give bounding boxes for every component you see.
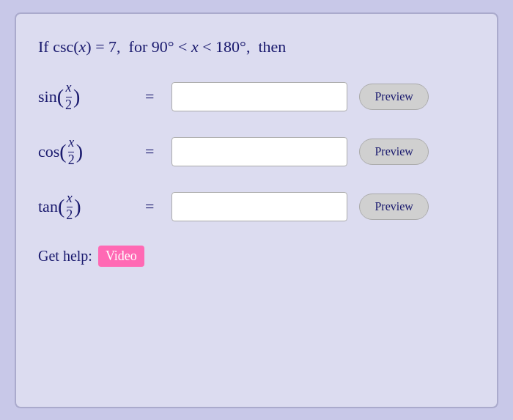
sin-denom: 2 — [65, 97, 72, 114]
cos-open-paren: ( — [59, 141, 66, 162]
tan-denom: 2 — [66, 207, 73, 224]
tan-fraction: x 2 — [66, 191, 73, 224]
tan-equals: = — [145, 197, 154, 216]
var-x-2: x — [191, 37, 199, 56]
main-card: If csc(x) = 7, for 90° < x < 180°, then … — [15, 12, 498, 408]
cos-func: cos — [38, 142, 59, 161]
sin-open-paren: ( — [57, 86, 64, 107]
cos-label: cos ( x 2 ) — [38, 135, 133, 168]
sin-close-paren: ) — [73, 86, 80, 107]
sin-preview-button[interactable]: Preview — [359, 84, 428, 110]
cos-close-paren: ) — [76, 141, 83, 162]
cos-fraction: x 2 — [68, 135, 75, 168]
cos-equals: = — [145, 142, 154, 161]
tan-func: tan — [38, 197, 58, 216]
tan-input[interactable] — [171, 192, 347, 221]
sin-label: sin ( x 2 ) — [38, 80, 133, 113]
tan-close-paren: ) — [74, 196, 81, 217]
sin-fraction: x 2 — [65, 80, 72, 113]
tan-open-paren: ( — [58, 196, 64, 217]
tan-numer: x — [67, 191, 73, 208]
sin-func: sin — [38, 87, 57, 106]
tan-label: tan ( x 2 ) — [38, 191, 133, 224]
sin-numer: x — [66, 80, 72, 97]
cos-preview-button[interactable]: Preview — [359, 139, 428, 165]
get-help-section: Get help: Video — [38, 246, 475, 267]
sin-equals: = — [145, 87, 154, 106]
var-x-1: x — [79, 37, 86, 56]
then-text: then — [258, 37, 286, 56]
problem-statement: If csc(x) = 7, for 90° < x < 180°, then — [38, 36, 475, 59]
get-help-label: Get help: — [38, 248, 92, 265]
sin-row: sin ( x 2 ) = Preview — [38, 80, 475, 113]
cos-denom: 2 — [68, 152, 75, 169]
tan-preview-button[interactable]: Preview — [359, 194, 428, 220]
tan-row: tan ( x 2 ) = Preview — [38, 191, 475, 224]
video-link[interactable]: Video — [98, 246, 144, 267]
cos-input[interactable] — [171, 137, 347, 166]
sin-input[interactable] — [171, 82, 347, 111]
cos-numer: x — [68, 135, 74, 152]
cos-row: cos ( x 2 ) = Preview — [38, 135, 475, 168]
